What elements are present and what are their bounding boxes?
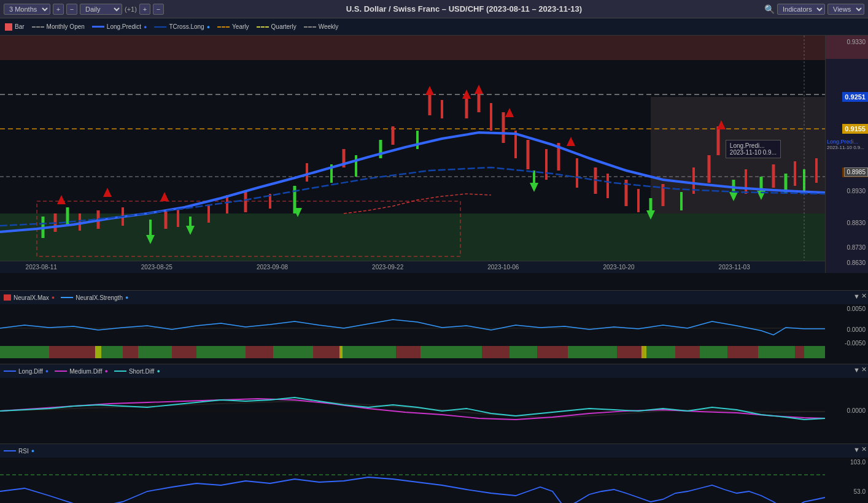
rsi-svg — [0, 458, 825, 503]
neuralx-y-0050: 0.0050 — [847, 305, 866, 312]
long-predict-line — [92, 26, 104, 28]
svg-marker-56 — [475, 85, 483, 94]
price-label-9251: 0.9251 — [842, 92, 868, 102]
neuralx-strength-line — [0, 320, 825, 335]
x-date-2: 2023-09-08 — [257, 264, 288, 271]
legend-tcross-long: TCross.Long ● — [154, 23, 210, 30]
svg-marker-58 — [505, 108, 514, 117]
svg-marker-59 — [567, 137, 575, 146]
main-chart-container: 2023-08-11 2023-08-25 2023-09-08 2023-09… — [0, 36, 868, 290]
price-label-9155: 0.9155 — [842, 124, 868, 134]
legend-bar: Bar — [5, 23, 25, 31]
short-diff-line — [0, 397, 825, 420]
medium-diff-color — [55, 371, 67, 372]
x-date-4: 2023-10-06 — [487, 264, 519, 271]
svg-rect-76 — [568, 346, 617, 358]
svg-rect-95 — [641, 346, 646, 358]
neuralx-max-legend: NeuralX.Max ● — [4, 294, 55, 301]
x-date-1: 2023-08-25 — [141, 264, 172, 271]
short-diff-legend: Short.Diff ● — [114, 368, 160, 375]
period-plus-btn[interactable]: + — [53, 4, 64, 15]
bar-color — [5, 23, 12, 31]
diff-controls: ▼ ✕ — [852, 364, 868, 375]
rsi-y-53: 53.0 — [854, 488, 866, 495]
rsi-chart-area[interactable]: 103.0 53.0 3.0 — [0, 458, 868, 503]
x-date-5: 2023-10-20 — [603, 264, 634, 271]
price-scale-7: 0.8630 — [847, 259, 866, 266]
period-minus-btn[interactable]: − — [66, 4, 77, 15]
interval-minus-btn[interactable]: − — [153, 4, 164, 15]
cursor-price-badge: 0.8985 — [844, 167, 868, 177]
tcross-long-line — [154, 26, 166, 28]
svg-marker-53 — [103, 188, 112, 197]
medium-diff-legend: Medium.Diff ● — [55, 368, 108, 375]
svg-marker-52 — [57, 195, 66, 204]
svg-rect-70 — [138, 346, 172, 358]
period-select[interactable]: 3 Months1 Month6 Months1 Year — [4, 4, 50, 15]
rsi-legend: RSI ● ▼ ✕ — [0, 444, 868, 458]
neuralx-svg — [0, 304, 825, 364]
toolbar: 3 Months1 Month6 Months1 Year + − DailyW… — [0, 0, 868, 18]
main-chart-svg — [0, 36, 825, 273]
svg-marker-64 — [530, 183, 538, 192]
neuralx-strength-legend: NeuralX.Strength ● — [61, 294, 128, 301]
price-scale-0: 0.9330 — [847, 39, 866, 45]
price-scale-4: 0.8930 — [847, 188, 866, 194]
svg-rect-79 — [758, 346, 795, 358]
svg-rect-87 — [482, 346, 510, 358]
svg-marker-55 — [425, 86, 434, 95]
yearly-line — [217, 26, 230, 28]
x-date-3: 2023-09-22 — [372, 264, 403, 271]
neuralx-chart-area[interactable]: 0.0050 0.0000 -0.0050 — [0, 304, 868, 364]
neuralx-controls: ▼ ✕ — [852, 291, 868, 301]
quarterly-line — [257, 26, 269, 28]
diff-subchart: Long.Diff ● Medium.Diff ● Short.Diff ● ▼… — [0, 364, 868, 443]
long-diff-legend: Long.Diff ● — [4, 368, 48, 375]
diff-dropdown-btn[interactable]: ▼ — [853, 366, 860, 374]
x-date-0: 2023-08-11 — [26, 264, 57, 271]
rsi-color — [4, 450, 16, 451]
rsi-subchart: RSI ● ▼ ✕ 103.0 53.0 3.0 — [0, 443, 868, 503]
svg-rect-93 — [95, 346, 101, 358]
neuralx-close-btn[interactable]: ✕ — [861, 292, 867, 300]
x-date-6: 2023-11-03 — [719, 264, 750, 271]
main-chart[interactable]: 2023-08-11 2023-08-25 2023-09-08 2023-09… — [0, 36, 825, 273]
svg-rect-82 — [123, 346, 138, 358]
svg-rect-81 — [49, 346, 95, 358]
svg-rect-71 — [196, 346, 246, 358]
svg-rect-92 — [795, 346, 804, 358]
svg-rect-77 — [645, 346, 675, 358]
long-predict-date: 2023-11-10 0.9... — [826, 145, 868, 150]
rsi-dropdown-btn[interactable]: ▼ — [853, 445, 860, 453]
svg-marker-54 — [160, 192, 169, 201]
red-zone-top — [0, 36, 825, 60]
legend-long-predict: Long.Predict ● — [92, 23, 147, 30]
diff-chart-area[interactable]: 0.0000 — [0, 378, 868, 444]
plus-one-label: (+1) — [125, 6, 137, 13]
legend-quarterly: Quarterly — [257, 23, 296, 30]
tooltip-box: Long.Predi... 2023-11-10 0.9... — [726, 140, 781, 158]
search-button[interactable]: 🔍 — [764, 4, 775, 14]
rsi-line — [0, 477, 825, 503]
interval-select[interactable]: DailyWeeklyMonthly — [80, 4, 122, 15]
neuralx-strength-color — [61, 297, 73, 298]
svg-rect-72 — [273, 346, 313, 358]
diff-close-btn[interactable]: ✕ — [861, 366, 867, 374]
svg-rect-83 — [172, 346, 196, 358]
svg-rect-89 — [617, 346, 645, 358]
long-predict-label: Long.Predi... — [826, 139, 868, 145]
interval-plus-btn[interactable]: + — [139, 4, 150, 15]
svg-rect-84 — [246, 346, 273, 358]
indicators-select[interactable]: Indicators — [777, 4, 825, 15]
tooltip-line2: 2023-11-10 0.9... — [730, 149, 777, 156]
rsi-close-btn[interactable]: ✕ — [861, 445, 867, 453]
svg-rect-68 — [0, 346, 49, 358]
neuralx-dropdown-btn[interactable]: ▼ — [853, 292, 860, 300]
views-select[interactable]: Views — [827, 4, 864, 15]
neuralx-subchart: NeuralX.Max ● NeuralX.Strength ● ▼ ✕ — [0, 290, 868, 364]
legend-weekly: Weekly — [304, 23, 339, 30]
chart-legend: Bar Monthly Open Long.Predict ● TCross.L… — [0, 18, 868, 36]
svg-rect-85 — [313, 346, 341, 358]
neuralx-bands — [0, 346, 825, 358]
legend-monthly-open: Monthly Open — [32, 23, 85, 30]
